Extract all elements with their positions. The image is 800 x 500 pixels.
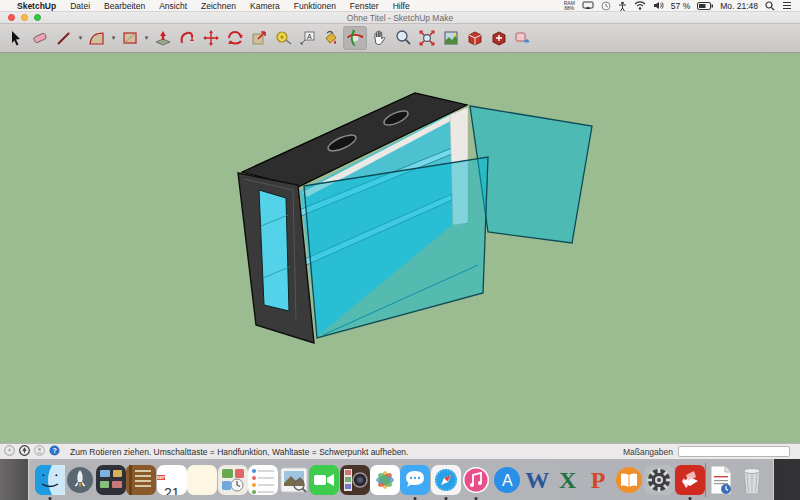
- model-viewport[interactable]: [0, 53, 800, 443]
- arc-tool[interactable]: [85, 26, 109, 50]
- menu-hilfe[interactable]: Hilfe: [386, 1, 417, 11]
- dock-app-store[interactable]: A: [492, 465, 522, 495]
- measurements-label: Maßangaben: [623, 447, 673, 457]
- follow-me-tool[interactable]: [175, 26, 199, 50]
- spotlight-icon[interactable]: [765, 1, 775, 11]
- battery-percent: 57 %: [671, 1, 690, 11]
- dock-downloads-document[interactable]: [706, 465, 736, 495]
- menu-app-name[interactable]: SketchUp: [10, 1, 63, 11]
- text-tool[interactable]: A: [295, 26, 319, 50]
- match-photo-tool[interactable]: [439, 26, 463, 50]
- accessibility-icon[interactable]: [618, 1, 627, 11]
- volume-icon[interactable]: [653, 1, 664, 10]
- dock-dashboard[interactable]: [218, 465, 248, 495]
- glass-pane-front: [304, 157, 488, 338]
- dock-finder[interactable]: [35, 465, 65, 495]
- paint-bucket-tool[interactable]: [319, 26, 343, 50]
- status-bar: ? Zum Rotieren ziehen. Umschalttaste = H…: [0, 443, 800, 459]
- svg-text:A: A: [502, 472, 513, 489]
- dock-excel[interactable]: X: [553, 465, 583, 495]
- rotate-tool[interactable]: [223, 26, 247, 50]
- help-icon[interactable]: ?: [49, 445, 60, 458]
- rectangle-tool-dropdown-icon[interactable]: ▼: [142, 26, 151, 50]
- dock-contacts[interactable]: [126, 465, 156, 495]
- zoom-extents-tool[interactable]: [415, 26, 439, 50]
- window-title: Ohne Titel - SketchUp Make: [0, 13, 800, 23]
- dock-preview[interactable]: [279, 465, 309, 495]
- time-machine-icon[interactable]: [601, 1, 611, 11]
- dock-messages[interactable]: [400, 465, 430, 495]
- dock-photo-booth[interactable]: [340, 465, 370, 495]
- line-tool[interactable]: [52, 26, 76, 50]
- scale-tool[interactable]: [247, 26, 271, 50]
- dock-calendar[interactable]: SEP21: [157, 465, 187, 495]
- select-tool[interactable]: [4, 26, 28, 50]
- menu-bearbeiten[interactable]: Bearbeiten: [97, 1, 152, 11]
- frame-window-glass: [259, 190, 289, 311]
- menu-clock[interactable]: Mo. 21:48: [720, 1, 758, 11]
- dock-mission-control[interactable]: [96, 465, 126, 495]
- arc-tool-dropdown-icon[interactable]: ▼: [109, 26, 118, 50]
- menu-fenster[interactable]: Fenster: [343, 1, 386, 11]
- dock-powerpoint[interactable]: P: [583, 465, 613, 495]
- dock-facetime[interactable]: [309, 465, 339, 495]
- warehouse-get-tool[interactable]: [463, 26, 487, 50]
- eraser-tool[interactable]: [28, 26, 52, 50]
- dock-itunes[interactable]: [461, 465, 491, 495]
- rectangle-tool[interactable]: [118, 26, 142, 50]
- window-title-bar[interactable]: Ohne Titel - SketchUp Make: [0, 12, 800, 24]
- toolbar: ▼ ▼ ▼ A: [0, 24, 800, 53]
- dock-notes[interactable]: [187, 465, 217, 495]
- measurements-input[interactable]: [678, 446, 790, 457]
- menu-bar: SketchUp Datei Bearbeiten Ansicht Zeichn…: [0, 0, 800, 12]
- account-icon[interactable]: [34, 445, 45, 458]
- line-tool-dropdown-icon[interactable]: ▼: [76, 26, 85, 50]
- dock-ibooks[interactable]: [614, 465, 644, 495]
- svg-text:A: A: [307, 33, 312, 40]
- dock-sketchup[interactable]: [675, 465, 705, 495]
- wifi-icon[interactable]: [634, 1, 646, 10]
- dock-trash[interactable]: [737, 465, 767, 495]
- model-info-icon[interactable]: [19, 445, 30, 458]
- dock-reminders[interactable]: [248, 465, 278, 495]
- zoom-tool[interactable]: [391, 26, 415, 50]
- dock-safari[interactable]: [431, 465, 461, 495]
- desktop-strip: SEP21: [0, 459, 800, 500]
- warehouse-share-tool[interactable]: [487, 26, 511, 50]
- menu-kamera[interactable]: Kamera: [243, 1, 287, 11]
- dock-photos[interactable]: [370, 465, 400, 495]
- notification-center-icon[interactable]: [782, 1, 792, 10]
- menu-ansicht[interactable]: Ansicht: [152, 1, 194, 11]
- geolocation-icon[interactable]: [4, 445, 15, 458]
- airplay-display-icon[interactable]: [582, 1, 594, 10]
- pan-tool[interactable]: [367, 26, 391, 50]
- push-pull-tool[interactable]: [151, 26, 175, 50]
- svg-text:?: ?: [52, 447, 56, 454]
- menu-zeichnen[interactable]: Zeichnen: [194, 1, 243, 11]
- dock-system-preferences[interactable]: [644, 465, 674, 495]
- move-tool[interactable]: [199, 26, 223, 50]
- glass-pane-right: [470, 106, 592, 243]
- aquarium-model: [0, 53, 800, 443]
- menu-funktionen[interactable]: Funktionen: [287, 1, 343, 11]
- menu-datei[interactable]: Datei: [63, 1, 97, 11]
- battery-icon[interactable]: [697, 2, 713, 10]
- ram-indicator[interactable]: RAM88%: [564, 1, 575, 11]
- dock: SEP21: [28, 459, 774, 500]
- status-message: Zum Rotieren ziehen. Umschalttaste = Han…: [70, 447, 408, 457]
- send-model-tool[interactable]: [511, 26, 535, 50]
- orbit-tool[interactable]: [343, 26, 367, 50]
- tape-measure-tool[interactable]: [271, 26, 295, 50]
- dock-launchpad[interactable]: [65, 465, 95, 495]
- dock-word[interactable]: W: [522, 465, 552, 495]
